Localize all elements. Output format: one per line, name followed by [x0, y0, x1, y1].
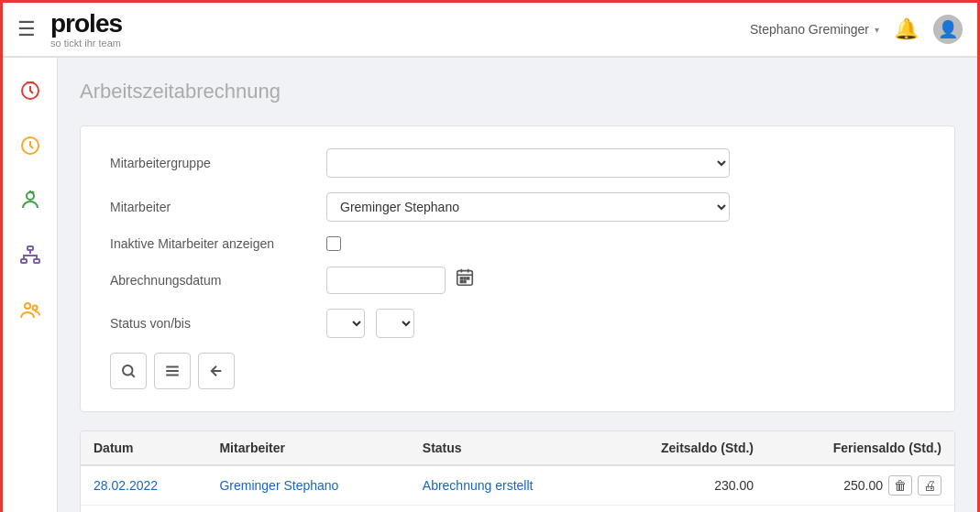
logo-main-text: proles — [50, 11, 122, 37]
svg-rect-12 — [460, 281, 462, 283]
navbar: ☰ proles so tickt ihr team Stephano Grem… — [3, 3, 977, 58]
mitarbeitergruppe-row: Mitarbeitergruppe — [110, 148, 925, 178]
svg-rect-4 — [21, 259, 27, 263]
hamburger-menu[interactable]: ☰ — [17, 17, 36, 41]
page-title: Arbeitszeitabrechnung — [80, 80, 955, 103]
inaktive-label: Inaktive Mitarbeiter anzeigen — [110, 236, 312, 251]
search-button[interactable] — [110, 353, 147, 389]
svg-rect-3 — [28, 246, 33, 250]
svg-point-7 — [32, 306, 37, 310]
inaktive-checkbox[interactable] — [326, 236, 341, 251]
table-row: 31.03.2022 Greminger Stephano Abrechnung… — [81, 506, 954, 513]
col-status: Status — [410, 431, 600, 465]
col-zeitsaldo: Zeitsaldo (Std.) — [600, 431, 766, 465]
sidebar-item-timeclock[interactable] — [12, 72, 49, 109]
mitarbeiter-row: Mitarbeiter Greminger Stephano — [110, 192, 925, 222]
back-button[interactable] — [198, 353, 235, 389]
navbar-right: Stephano Greminger ▾ 🔔 👤 — [750, 15, 963, 44]
avatar-icon: 👤 — [938, 19, 958, 39]
status-to-select[interactable] — [376, 309, 414, 338]
print-button[interactable]: 🖨 — [918, 475, 941, 496]
abrechnungsdatum-row: Abrechnungsdatum — [110, 266, 925, 294]
table-row: 28.02.2022 Greminger Stephano Abrechnung… — [81, 465, 954, 506]
mitarbeitergruppe-input-wrapper — [326, 148, 730, 178]
col-feriensaldo: Feriensaldo (Std.) — [766, 431, 954, 465]
mitarbeitergruppe-select[interactable] — [326, 148, 730, 178]
abrechnungsdatum-input-wrapper — [326, 266, 477, 294]
svg-rect-10 — [464, 278, 466, 279]
user-chevron-icon: ▾ — [875, 25, 879, 35]
col-mitarbeiter: Mitarbeiter — [206, 431, 409, 465]
calendar-icon-button[interactable] — [453, 266, 477, 294]
cell-status: Abrechnung erstellt — [410, 506, 600, 513]
sidebar-item-hierarchy[interactable] — [12, 237, 49, 274]
logo: proles so tickt ihr team — [50, 11, 122, 49]
svg-point-14 — [123, 365, 133, 376]
status-label: Status von/bis — [110, 316, 312, 331]
svg-rect-13 — [464, 281, 466, 283]
filter-card: Mitarbeitergruppe Mitarbeiter Greminger … — [80, 125, 955, 412]
cell-zeitsaldo: 107.90 — [600, 506, 766, 513]
list-button[interactable] — [154, 353, 191, 389]
svg-point-6 — [25, 303, 30, 309]
notification-bell-icon[interactable]: 🔔 — [894, 17, 919, 41]
cell-datum: 28.02.2022 — [81, 465, 206, 506]
table-card: Datum Mitarbeiter Status Zeitsaldo (Std.… — [80, 430, 955, 512]
action-buttons — [110, 353, 925, 389]
status-from-select[interactable] — [326, 309, 365, 338]
sidebar-item-clock[interactable] — [12, 127, 49, 164]
svg-rect-5 — [34, 259, 39, 263]
cell-datum: 31.03.2022 — [81, 506, 206, 513]
mitarbeiter-select[interactable]: Greminger Stephano — [326, 192, 730, 222]
cell-feriensaldo: 250.00 🗑 🖨 — [766, 465, 954, 506]
mitarbeiter-label: Mitarbeiter — [110, 200, 312, 214]
avatar[interactable]: 👤 — [933, 15, 963, 44]
status-row: Status von/bis — [110, 309, 925, 338]
mitarbeiter-input-wrapper: Greminger Stephano — [326, 192, 730, 222]
delete-button[interactable]: 🗑 — [888, 475, 912, 496]
main-content: Arbeitszeitabrechnung Mitarbeitergruppe … — [58, 58, 977, 512]
layout: Arbeitszeitabrechnung Mitarbeitergruppe … — [3, 58, 977, 512]
status-selects-wrapper — [326, 309, 414, 338]
cell-zeitsaldo: 230.00 — [600, 465, 766, 506]
cell-mitarbeiter: Greminger Stephano — [206, 506, 409, 513]
mitarbeitergruppe-label: Mitarbeitergruppe — [110, 156, 312, 170]
abrechnungsdatum-label: Abrechnungsdatum — [110, 273, 312, 288]
sidebar — [3, 58, 58, 512]
sidebar-item-group[interactable] — [12, 292, 49, 329]
svg-rect-9 — [460, 278, 462, 279]
cell-feriensaldo: 210.00 🗑 🖨 — [766, 506, 954, 513]
cell-status: Abrechnung erstellt — [410, 465, 600, 506]
svg-rect-11 — [468, 278, 469, 279]
user-menu[interactable]: Stephano Greminger ▾ — [750, 22, 879, 37]
table-header-row: Datum Mitarbeiter Status Zeitsaldo (Std.… — [81, 431, 954, 465]
logo-sub-text: so tickt ihr team — [50, 38, 122, 49]
results-table: Datum Mitarbeiter Status Zeitsaldo (Std.… — [81, 431, 954, 512]
inaktive-row: Inaktive Mitarbeiter anzeigen — [110, 236, 925, 251]
abrechnungsdatum-input[interactable] — [326, 267, 446, 294]
sidebar-item-person[interactable] — [12, 182, 49, 219]
user-name: Stephano Greminger — [750, 22, 869, 37]
col-datum: Datum — [81, 431, 206, 465]
cell-mitarbeiter: Greminger Stephano — [206, 465, 409, 506]
feriensaldo-value: 250.00 — [843, 478, 883, 493]
